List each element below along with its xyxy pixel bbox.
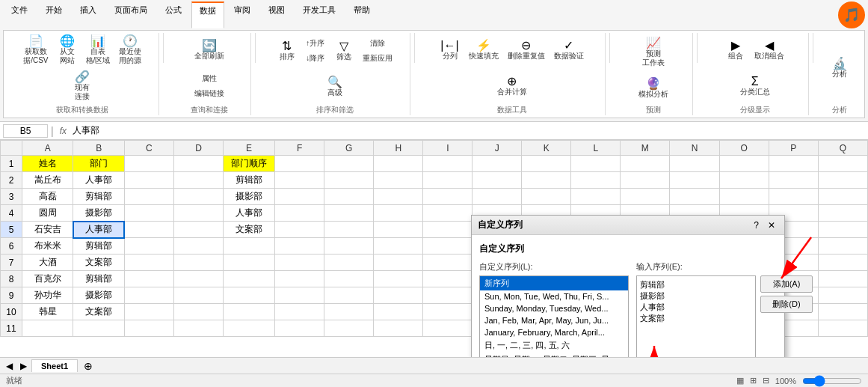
cell-B2[interactable]: 人事部 — [73, 172, 124, 189]
cell-F7[interactable] — [275, 255, 324, 271]
cell-I5[interactable] — [423, 222, 473, 238]
cell-H6[interactable] — [374, 238, 423, 255]
btn-forecast-sheet[interactable]: 📈 预测工作表 — [637, 34, 670, 70]
dialog-delete-button[interactable]: 删除(D) — [760, 296, 813, 313]
cell-G2[interactable] — [324, 172, 374, 189]
btn-descending[interactable]: ↓降序 — [302, 52, 329, 65]
cell-B1[interactable]: 部门 — [73, 156, 124, 172]
cell-I8[interactable] — [423, 271, 473, 287]
cell-P1[interactable] — [769, 156, 818, 172]
cell-C8[interactable] — [124, 271, 173, 287]
cell-Q1[interactable] — [818, 156, 867, 172]
col-header-A[interactable]: A — [22, 141, 73, 156]
cell-I9[interactable] — [423, 287, 473, 304]
cell-H4[interactable] — [374, 205, 423, 222]
cell-F4[interactable] — [275, 205, 324, 222]
col-header-F[interactable]: F — [275, 141, 324, 156]
cell-E9[interactable] — [224, 287, 275, 304]
cell-G1[interactable] — [324, 156, 374, 172]
cell-G10[interactable] — [324, 304, 374, 320]
cell-D9[interactable] — [173, 287, 223, 304]
cell-F1[interactable] — [275, 156, 324, 172]
cell-B7[interactable]: 文案部 — [73, 255, 124, 271]
cell-I2[interactable] — [423, 172, 473, 189]
cell-I6[interactable] — [423, 238, 473, 255]
cell-D8[interactable] — [173, 271, 223, 287]
tab-nav-right[interactable]: ▶ — [17, 361, 30, 371]
list-item-sunday[interactable]: Sunday, Monday, Tuesday, Wed... — [480, 302, 628, 314]
cell-D4[interactable] — [173, 205, 223, 222]
cell-M3[interactable] — [621, 189, 670, 205]
cell-C7[interactable] — [124, 255, 173, 271]
cell-C6[interactable] — [124, 238, 173, 255]
btn-flash-fill[interactable]: ⚡ 快速填充 — [465, 37, 502, 63]
cell-J3[interactable] — [473, 189, 522, 205]
cell-C2[interactable] — [124, 172, 173, 189]
cell-A3[interactable]: 高磊 — [22, 189, 73, 205]
cell-B4[interactable]: 摄影部 — [73, 205, 124, 222]
cell-G5[interactable] — [324, 222, 374, 238]
view-normal-btn[interactable]: ▦ — [736, 376, 744, 386]
list-item-sun[interactable]: Sun, Mon, Tue, Wed, Thu, Fri, S... — [480, 290, 628, 302]
btn-filter[interactable]: ▽ 筛选 — [330, 37, 357, 64]
col-header-J[interactable]: J — [473, 141, 522, 156]
list-item-days-short[interactable]: 日, 一, 二, 三, 四, 五, 六 — [480, 338, 628, 353]
list-item-weekdays[interactable]: 星期日, 星期一, 星期二, 星期三, 星... — [480, 353, 628, 357]
btn-consolidate[interactable]: ⊕ 合并计算 — [493, 73, 531, 99]
col-header-N[interactable]: N — [670, 141, 719, 156]
cell-A10[interactable]: 韩星 — [22, 304, 73, 320]
cell-G8[interactable] — [324, 271, 374, 287]
cell-J2[interactable] — [473, 172, 522, 189]
cell-E8[interactable] — [224, 271, 275, 287]
cell-N3[interactable] — [670, 189, 719, 205]
tab-pagelayout[interactable]: 页面布局 — [106, 1, 156, 28]
cell-K2[interactable] — [522, 172, 571, 189]
cell-G6[interactable] — [324, 238, 374, 255]
cell-Q2[interactable] — [818, 172, 867, 189]
cell-B5[interactable]: 人事部 — [73, 222, 124, 238]
col-header-K[interactable]: K — [522, 141, 571, 156]
cell-Q9[interactable] — [818, 287, 867, 304]
cell-G7[interactable] — [324, 255, 374, 271]
btn-ungroup[interactable]: ◀ 取消组合 — [751, 37, 788, 63]
tab-formula[interactable]: 公式 — [157, 1, 190, 28]
cell-Q8[interactable] — [818, 271, 867, 287]
cell-F5[interactable] — [275, 222, 324, 238]
cell-H3[interactable] — [374, 189, 423, 205]
cell-C3[interactable] — [124, 189, 173, 205]
dialog-series-listbox[interactable]: 新序列 Sun, Mon, Tue, Wed, Thu, Fri, S... S… — [479, 275, 629, 357]
dialog-add-button[interactable]: 添加(A) — [760, 275, 813, 293]
col-header-H[interactable]: H — [374, 141, 423, 156]
tab-view[interactable]: 视图 — [260, 1, 293, 28]
cell-C5[interactable] — [124, 222, 173, 238]
cell-I4[interactable] — [423, 205, 473, 222]
cell-F8[interactable] — [275, 271, 324, 287]
btn-get-from-csv[interactable]: 📄 获取数据/CSV — [19, 33, 52, 67]
cell-H9[interactable] — [374, 287, 423, 304]
cell-Q7[interactable] — [818, 255, 867, 271]
btn-group[interactable]: ▶ 组合 — [722, 37, 749, 63]
cell-E1[interactable]: 部门顺序 — [224, 156, 275, 172]
cell-E5[interactable]: 文案部 — [224, 222, 275, 238]
cell-C4[interactable] — [124, 205, 173, 222]
tab-help[interactable]: 帮助 — [345, 1, 378, 28]
formula-input[interactable] — [73, 126, 865, 136]
cell-K1[interactable] — [522, 156, 571, 172]
cell-C11[interactable] — [124, 320, 173, 337]
cell-L1[interactable] — [571, 156, 621, 172]
btn-remove-dup[interactable]: ⊖ 删除重复值 — [504, 37, 549, 63]
cell-N2[interactable] — [670, 172, 719, 189]
cell-P3[interactable] — [769, 189, 818, 205]
btn-split[interactable]: |←| 分列 — [437, 37, 464, 63]
cell-A4[interactable]: 圆周 — [22, 205, 73, 222]
tab-start[interactable]: 开始 — [37, 1, 70, 28]
zoom-slider[interactable] — [802, 375, 862, 387]
btn-what-if[interactable]: 🔮 模拟分析 — [633, 75, 674, 102]
btn-advanced[interactable]: 🔍 高级 — [321, 73, 348, 100]
cell-J1[interactable] — [473, 156, 522, 172]
cell-I3[interactable] — [423, 189, 473, 205]
view-page-btn[interactable]: ⊟ — [763, 376, 769, 386]
cell-G3[interactable] — [324, 189, 374, 205]
view-layout-btn[interactable]: ⊞ — [750, 376, 757, 386]
cell-D11[interactable] — [173, 320, 223, 337]
